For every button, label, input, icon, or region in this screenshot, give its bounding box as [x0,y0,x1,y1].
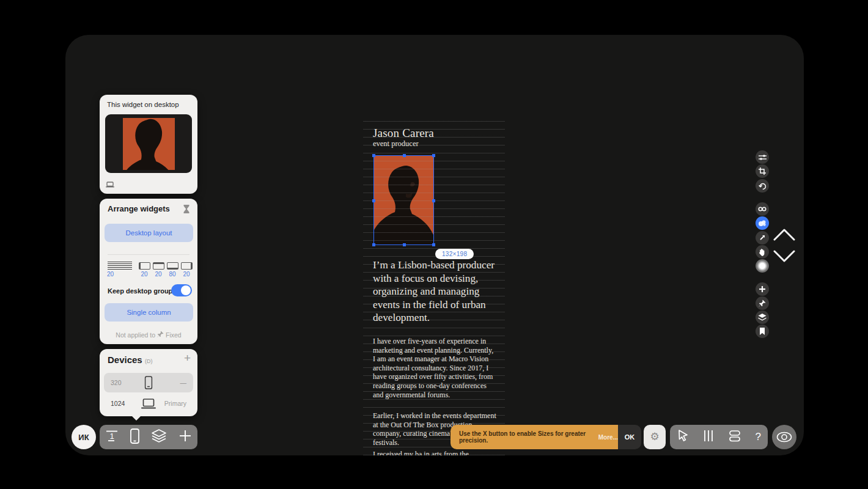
widget-preview[interactable] [105,114,192,173]
divider [108,254,189,255]
eye-icon [776,432,792,443]
device-width: 1024 [111,400,125,407]
toast-ok-button[interactable]: OK [618,425,641,449]
help-icon[interactable]: ? [755,431,760,443]
keep-desktop-groups-toggle[interactable] [171,284,192,296]
single-column-button[interactable]: Single column [105,303,193,322]
laptop-icon [106,179,114,190]
spacing-bottom-icon[interactable] [167,262,178,270]
bookmark-icon[interactable] [756,325,769,338]
hourglass-icon[interactable] [183,205,190,216]
add-device-button[interactable]: + [184,351,191,365]
phone-icon [145,376,153,392]
spacing-left-icon[interactable] [139,262,150,270]
widget-inspector-panel: This widget on desktop [100,95,197,194]
toast-more-link[interactable]: More... [598,434,618,441]
link-icon[interactable] [756,202,769,216]
device-row-320[interactable]: 320 — [104,373,193,392]
user-avatar[interactable]: ИК [72,425,96,449]
devices-shortcut: (D) [145,358,153,364]
widget-preview-image [123,118,175,170]
left-toolbar: 1 [100,425,197,449]
cursor-tool-icon[interactable] [677,429,689,445]
resize-arrow-icon[interactable] [756,231,769,244]
panel-pointer-tail [131,416,141,421]
add-widget-icon[interactable] [178,429,192,445]
arrange-panel-title: Arrange widgets [108,204,170,213]
light-glow-icon[interactable] [756,259,769,273]
retouch-icon-active[interactable] [756,216,769,230]
right-toolbar: ? [670,425,768,449]
rotate-icon[interactable] [756,179,769,193]
hand-pan-icon[interactable] [756,245,769,259]
devices-panel-title: Devices (D) [108,355,152,365]
pin-tool-icon[interactable] [756,296,769,310]
spacing-top-icon[interactable] [153,262,164,270]
toast-message: Use the X button to enable Sizes for gre… [459,430,597,444]
notification-toast: Use the X button to enable Sizes for gre… [451,425,618,449]
spacing-value[interactable]: 20 [138,271,150,278]
adjustments-icon[interactable] [756,150,769,164]
not-applied-suffix: Fixed [166,331,182,339]
desktop-layout-button[interactable]: Desktop layout [105,224,193,242]
portrait-illustration [374,156,433,244]
pin-icon [157,331,164,339]
devices-title-text: Devices [108,355,142,365]
remove-device-button[interactable]: — [180,379,187,386]
spacing-value[interactable]: 20 [107,271,119,278]
toggle-knob [181,285,191,295]
rows-tool-icon[interactable] [728,429,741,445]
spacing-value[interactable]: 20 [152,271,164,278]
device-row-1024[interactable]: 1024 Primary [104,394,193,413]
page-title: Jason Carera [373,127,434,140]
preview-eye-button[interactable] [772,425,796,449]
layers-tool-icon[interactable] [151,429,167,445]
size-badge: 132×198 [435,249,474,259]
page-subtitle: event producer [373,139,419,149]
portrait-image[interactable] [374,156,433,244]
columns-tool-icon[interactable] [702,429,715,445]
spacing-value[interactable]: 20 [180,271,193,278]
devices-tool-icon[interactable] [130,428,139,446]
intro-paragraph: I’m a Lisbon-based producer with a focus… [373,259,500,325]
spacing-value[interactable]: 80 [166,271,178,278]
devices-panel: Devices (D) + 320 — 1024 Primary [100,349,197,416]
tight-stack-icon[interactable] [108,262,132,270]
chevron-down-icon[interactable] [773,249,796,266]
svg-text:1: 1 [110,432,114,441]
body-paragraph-1: I have over five-years of experience in … [373,337,496,399]
laptop-icon [141,399,156,411]
not-applied-prefix: Not applied to [116,331,155,339]
not-applied-note: Not applied to Fixed [100,331,197,339]
crop-icon[interactable] [756,164,769,178]
add-icon[interactable] [756,282,769,296]
widget-panel-title: This widget on desktop [107,101,179,108]
chevron-up-icon[interactable] [773,227,796,244]
arrange-widgets-panel: Arrange widgets Desktop layout 20 20 20 … [100,199,197,344]
device-width: 320 [111,379,122,386]
text-size-tool-icon[interactable]: 1 [105,429,119,445]
spacing-right-icon[interactable] [181,262,193,270]
keep-desktop-groups-label: Keep desktop groups [108,287,176,295]
body-paragraph-3: I received my ba in arts from the [373,450,496,455]
layers-stack-icon[interactable] [756,311,769,324]
settings-gear-button[interactable]: ⚙ [644,425,666,449]
primary-device-label: Primary [164,400,186,407]
